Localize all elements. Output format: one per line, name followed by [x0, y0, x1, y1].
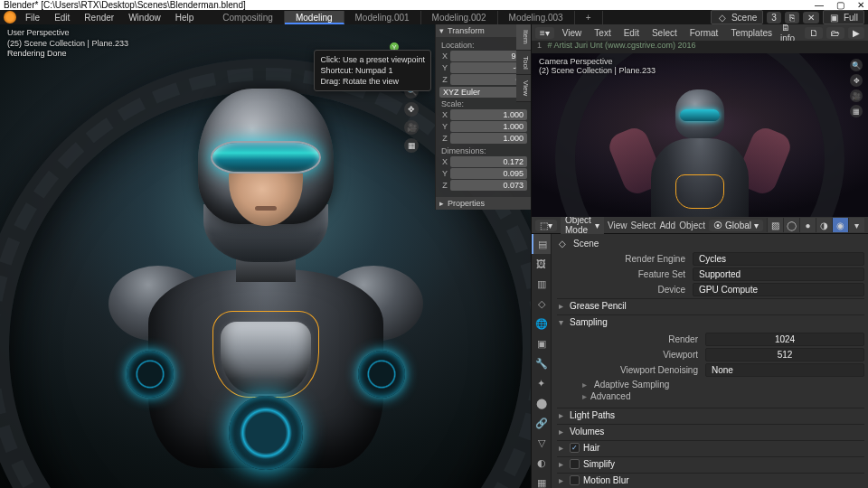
panel-properties-header[interactable]: ▸ Properties	[436, 197, 531, 210]
scene-selector[interactable]: ◇ Scene	[711, 10, 763, 24]
properties-breadcrumb[interactable]: Scene	[573, 239, 599, 249]
camera-view-icon[interactable]: 🎥	[850, 89, 863, 102]
text-icon: 🗎	[780, 23, 791, 33]
tab-object-icon[interactable]: ▣	[532, 333, 551, 353]
feature-set-field[interactable]: Supported	[693, 267, 864, 281]
viewport-secondary[interactable]: Camera Perspective (2) Scene Collection …	[532, 53, 868, 217]
tab-modifiers-icon[interactable]: 🔧	[532, 353, 551, 373]
tab-constraints-icon[interactable]: 🔗	[532, 413, 551, 433]
tab-texture-icon[interactable]: ▦	[532, 473, 551, 488]
solid-shading-icon[interactable]: ●	[799, 218, 816, 232]
dim-z-field[interactable]: 0.073	[450, 180, 527, 191]
panel-motion-blur[interactable]: Motion Blur	[557, 473, 864, 487]
text-new-button[interactable]: 🗋	[805, 27, 823, 39]
menu-help[interactable]: Help	[170, 13, 200, 23]
text-menu-view[interactable]: View	[558, 28, 587, 38]
subpanel-adaptive-sampling[interactable]: Adaptive Sampling	[570, 379, 864, 390]
viewlayer-selector[interactable]: ▣ Full	[823, 10, 864, 24]
menu-render[interactable]: Render	[79, 13, 119, 23]
viewport-samples-field[interactable]: 512	[705, 348, 864, 361]
render-engine-field[interactable]: Cycles	[693, 252, 864, 266]
tab-physics-icon[interactable]: ⬤	[532, 393, 551, 413]
dim-x-field[interactable]: 0.172	[450, 156, 527, 167]
tab-world-icon[interactable]: 🌐	[532, 314, 551, 333]
panel-volumes[interactable]: Volumes	[557, 424, 864, 438]
viewport-denoise-field[interactable]: None	[705, 363, 864, 377]
workspace-tab[interactable]: Compositing	[212, 11, 285, 24]
move-view-icon[interactable]: ✥	[404, 102, 419, 117]
n-tab-tool[interactable]: Tool	[516, 51, 531, 76]
xray-toggle-icon[interactable]: ▨	[767, 218, 783, 232]
camera-view-icon[interactable]: 🎥	[404, 120, 419, 135]
tab-scene-icon[interactable]: ◇	[532, 294, 551, 314]
viewport-menu-view[interactable]: View	[608, 221, 627, 230]
workspace-tab[interactable]: Modeling.001	[344, 11, 421, 24]
window-close-button[interactable]: ✕	[857, 0, 864, 10]
text-run-button[interactable]: ▶	[848, 27, 864, 39]
tab-output-icon[interactable]: 🖼	[532, 254, 551, 274]
editor-type-selector[interactable]: ≡▾	[535, 27, 554, 39]
mode-selector[interactable]: Object Mode ▾	[561, 214, 604, 236]
orientation-selector[interactable]: ⦿ Global ▾	[709, 220, 763, 231]
device-field[interactable]: GPU Compute	[693, 283, 864, 296]
matprev-shading-icon[interactable]: ◑	[816, 218, 832, 232]
text-menu-format[interactable]: Format	[685, 28, 723, 38]
menu-file[interactable]: File	[20, 13, 45, 23]
scene-icon: ◇	[557, 238, 568, 249]
rotation-mode-field[interactable]: XYZ Euler	[439, 87, 527, 98]
text-open-button[interactable]: 🗁	[826, 27, 844, 39]
menu-window[interactable]: Window	[123, 13, 166, 23]
blender-logo-icon[interactable]	[4, 11, 16, 23]
rendered-shading-icon[interactable]: ◉	[832, 218, 848, 232]
window-minimize-button[interactable]: —	[815, 0, 824, 10]
perspective-toggle-icon[interactable]: ▦	[404, 138, 419, 153]
menu-edit[interactable]: Edit	[49, 13, 75, 23]
workspace-tab[interactable]: Modeling	[285, 11, 344, 24]
viewport-menu-add[interactable]: Add	[659, 221, 675, 230]
panel-hair[interactable]: Hair	[557, 440, 864, 455]
scale-y-field[interactable]: 1.000	[450, 121, 527, 132]
tab-material-icon[interactable]: ◐	[532, 453, 551, 473]
workspace-tab[interactable]: Modeling.003	[498, 11, 575, 24]
viewport-overlay-text: User Perspective (25) Scene Collection |…	[7, 28, 128, 60]
scale-z-field[interactable]: 1.000	[450, 133, 527, 144]
text-editor-header: ≡▾ View Text Edit Select Format Template…	[532, 24, 868, 41]
subpanel-advanced[interactable]: Advanced	[570, 390, 864, 402]
text-menu-templates[interactable]: Templates	[726, 28, 777, 38]
zoom-icon[interactable]: 🔍	[850, 59, 863, 71]
text-editor-body[interactable]: 1 # Artist Juri Unt (www.cgstrive.com) 2…	[532, 41, 868, 53]
render-engine-label: Render Engine	[557, 254, 693, 264]
panel-light-paths[interactable]: Light Paths	[557, 408, 864, 422]
viewport-menu-object[interactable]: Object	[679, 221, 705, 230]
perspective-toggle-icon[interactable]: ▦	[850, 105, 863, 117]
panel-simplify[interactable]: Simplify	[557, 456, 864, 471]
panel-grease-pencil[interactable]: Grease Pencil	[557, 298, 864, 313]
tab-particles-icon[interactable]: ✦	[532, 373, 551, 393]
n-tab-item[interactable]: Item	[516, 24, 531, 51]
tab-mesh-icon[interactable]: ▽	[532, 433, 551, 453]
move-view-icon[interactable]: ✥	[850, 74, 863, 87]
dimensions-label: Dimensions:	[439, 145, 527, 155]
n-panel-tabs: Item Tool View	[516, 24, 531, 102]
text-menu-text[interactable]: Text	[590, 28, 615, 38]
n-tab-view[interactable]: View	[516, 75, 531, 102]
workspace-add-button[interactable]: +	[575, 11, 603, 24]
shading-options-icon[interactable]: ▾	[848, 218, 864, 232]
scene-delete-button[interactable]: ✕	[803, 12, 819, 23]
render-samples-field[interactable]: 1024	[705, 333, 864, 346]
window-maximize-button[interactable]: ▢	[836, 0, 844, 10]
scale-x-field[interactable]: 1.000	[450, 109, 527, 120]
scene-users-count[interactable]: 3	[767, 12, 781, 23]
tab-render-icon[interactable]: ▤	[532, 234, 551, 254]
dim-y-field[interactable]: 0.095	[450, 168, 527, 179]
tab-viewlayer-icon[interactable]: ▥	[532, 274, 551, 294]
viewport-main[interactable]: User Perspective (25) Scene Collection |…	[0, 24, 532, 488]
viewport-menu-select[interactable]: Select	[631, 221, 656, 230]
window-titlebar: Blender* [C:\Users\RTX\Desktop\Scenes\Bl…	[0, 0, 868, 10]
panel-sampling[interactable]: Sampling	[557, 314, 864, 329]
workspace-tab[interactable]: Modeling.002	[421, 11, 498, 24]
text-menu-select[interactable]: Select	[647, 28, 682, 38]
editor-type-selector[interactable]: ⬚▾	[535, 220, 557, 231]
wireframe-shading-icon[interactable]: ◯	[783, 218, 799, 232]
text-menu-edit[interactable]: Edit	[619, 28, 644, 38]
